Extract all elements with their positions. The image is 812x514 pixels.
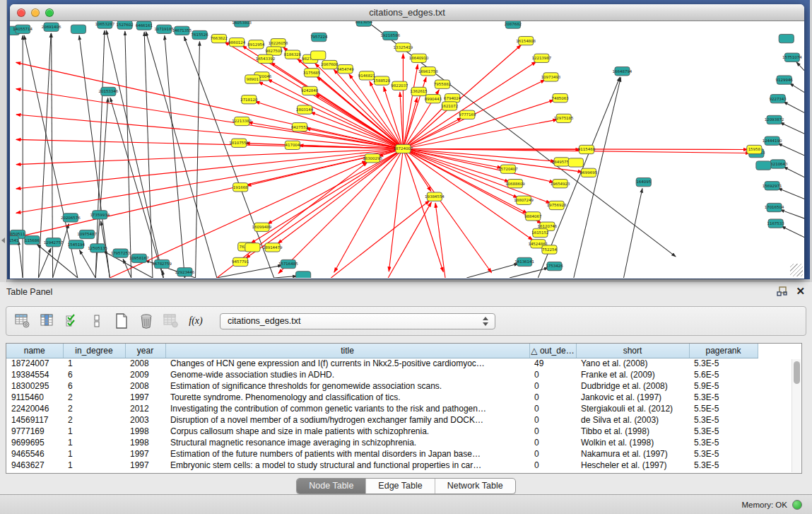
- table-scrollbar-thumb[interactable]: [794, 361, 800, 384]
- graph-node-9822037[interactable]: 9822037: [391, 81, 408, 90]
- table-cell[interactable]: 5.3E-5: [689, 392, 758, 403]
- table-cell[interactable]: 9115460: [6, 392, 63, 403]
- graph-edge[interactable]: [403, 148, 502, 168]
- graph-node-13325419[interactable]: 13325419: [394, 43, 413, 52]
- tab-edge-table[interactable]: Edge Table: [365, 479, 434, 493]
- table-cell[interactable]: Wolkin et al. (1998): [576, 437, 689, 448]
- column-header-2[interactable]: year: [125, 344, 165, 358]
- graph-node-14136141[interactable]: 14136141: [514, 257, 534, 266]
- table-cell[interactable]: 0: [529, 380, 576, 392]
- citation-network-graph[interactable]: 1405571420691406106532871527602646616110…: [10, 21, 804, 278]
- graph-node-9699695[interactable]: 9699695: [580, 168, 598, 177]
- table-cell[interactable]: de Silva et al. (2003): [576, 414, 689, 426]
- graph-edge[interactable]: [18, 241, 23, 278]
- graph-edge[interactable]: [435, 203, 445, 278]
- table-cell[interactable]: 9465546: [6, 448, 63, 460]
- table-cell[interactable]: 5.9E-5: [689, 380, 758, 392]
- graph-node-19218586[interactable]: 19218586: [380, 31, 400, 40]
- table-cell[interactable]: 0: [529, 426, 576, 437]
- graph-node-12942757[interactable]: 12942757: [44, 238, 64, 247]
- graph-node-7663822[interactable]: 7663822: [211, 34, 228, 42]
- graph-node-9860124[interactable]: 9860124: [228, 38, 246, 47]
- graph-node-12213383[interactable]: 12213383: [232, 117, 252, 125]
- column-header-5[interactable]: short: [576, 344, 689, 358]
- graph-node-17957253[interactable]: 17957253: [111, 249, 131, 257]
- window-resize-grip[interactable]: [790, 264, 803, 276]
- graph-edge[interactable]: [796, 62, 804, 71]
- graph-node-17359934[interactable]: 17359934: [90, 211, 110, 219]
- table-cell[interactable]: Investigating the contribution of common…: [165, 403, 529, 414]
- graph-node-12444190[interactable]: 12444190: [763, 136, 782, 145]
- table-cell[interactable]: Estimation of significance thresholds fo…: [165, 380, 529, 392]
- table-cell[interactable]: 2008: [125, 380, 165, 392]
- select-columns-button[interactable]: [63, 312, 81, 330]
- function-builder-button[interactable]: f(x): [187, 312, 205, 330]
- table-row[interactable]: 2242004622012Investigating the contribut…: [6, 403, 791, 414]
- graph-edge[interactable]: [317, 77, 403, 149]
- table-cell[interactable]: 2009: [125, 369, 165, 380]
- graph-node-7955882[interactable]: 7955882: [434, 80, 451, 88]
- graph-node[interactable]: [245, 243, 260, 252]
- graph-edge[interactable]: [16, 139, 403, 148]
- table-cell[interactable]: 0: [529, 392, 576, 403]
- graph-edge[interactable]: [278, 148, 403, 273]
- table-cell[interactable]: 0: [529, 448, 576, 460]
- table-cell[interactable]: 9463627: [6, 460, 63, 471]
- graph-node-16099489[interactable]: 16099489: [252, 223, 272, 231]
- table-cell[interactable]: Nakamura et al. (1997): [576, 448, 689, 460]
- graph-node-2087682[interactable]: 2087682: [505, 21, 522, 28]
- graph-node-752254[interactable]: 752254: [542, 245, 557, 254]
- graph-node-8990443[interactable]: 8990443: [425, 95, 442, 103]
- graph-node-18300295[interactable]: 18300295: [363, 154, 382, 163]
- table-cell[interactable]: 2012: [125, 403, 165, 414]
- graph-edge[interactable]: [125, 31, 131, 278]
- table-cell[interactable]: 2: [63, 392, 125, 403]
- graph-node-20153346[interactable]: 20153346: [99, 87, 119, 95]
- graph-node-9129946[interactable]: 9129946: [776, 76, 794, 84]
- table-cell[interactable]: Tourette syndrome. Phenomenology and cla…: [165, 392, 529, 403]
- graph-node-15720407[interactable]: 15720407: [498, 165, 518, 173]
- graph-node-18226058[interactable]: 18226058: [269, 39, 288, 47]
- graph-node[interactable]: [756, 161, 771, 170]
- graph-node-10719185[interactable]: 10719185: [154, 25, 174, 33]
- table-cell[interactable]: 5.3E-5: [689, 460, 758, 471]
- table-row[interactable]: 911546021997Tourette syndrome. Phenomeno…: [6, 392, 791, 403]
- graph-edge[interactable]: [53, 224, 69, 278]
- graph-node-18640910[interactable]: 18640910: [409, 54, 429, 62]
- table-cell[interactable]: Changes of HCN gene expression and I(f) …: [165, 358, 529, 369]
- table-cell[interactable]: Hescheler et al. (1997): [576, 460, 689, 471]
- delete-table-button[interactable]: [162, 312, 180, 330]
- graph-node-12505135[interactable]: 12505135: [88, 244, 107, 252]
- graph-node[interactable]: [295, 271, 310, 278]
- graph-node-10688609[interactable]: 10688609: [505, 180, 525, 188]
- table-cell[interactable]: 1: [63, 426, 125, 437]
- graph-node-18807249[interactable]: 18807249: [514, 196, 534, 204]
- graph-node-8427552[interactable]: 8427552: [291, 123, 308, 132]
- table-cell[interactable]: 1: [63, 358, 125, 369]
- table-cell[interactable]: 5.6E-5: [689, 369, 758, 380]
- graph-node-9884067[interactable]: 9884067: [524, 212, 542, 221]
- graph-edge[interactable]: [403, 148, 532, 240]
- graph-edge[interactable]: [388, 202, 431, 278]
- table-cell[interactable]: 0: [529, 437, 576, 448]
- graph-node[interactable]: [311, 51, 326, 59]
- graph-edge[interactable]: [780, 210, 804, 218]
- graph-node-2718120[interactable]: 2718120: [240, 95, 258, 104]
- graph-node-20691406[interactable]: 20691406: [42, 23, 61, 31]
- graph-node-14671355[interactable]: 14671355: [172, 26, 192, 35]
- graph-edge[interactable]: [623, 189, 642, 278]
- table-cell[interactable]: Embryonic stem cells: a model to study s…: [165, 460, 529, 471]
- graph-node-3175685[interactable]: 3175685: [303, 69, 321, 77]
- control-panel-collapsed-rail[interactable]: [0, 0, 7, 282]
- table-cell[interactable]: 6: [63, 369, 125, 380]
- graph-node-19756928[interactable]: 19756928: [547, 201, 567, 209]
- table-cell[interactable]: 5.3E-5: [689, 426, 758, 437]
- graph-edge[interactable]: [403, 148, 509, 182]
- graph-edge[interactable]: [574, 78, 621, 278]
- graph-node-8912954[interactable]: 8912954: [247, 40, 265, 49]
- graph-node-16053803[interactable]: 16053803: [232, 21, 252, 27]
- graph-node-2067608[interactable]: 2067608: [321, 60, 339, 69]
- table-cell[interactable]: 5.3E-5: [689, 437, 758, 448]
- graph-node-1588520[interactable]: 1588520: [373, 76, 391, 85]
- graph-node-9227343[interactable]: 9227343: [770, 95, 787, 103]
